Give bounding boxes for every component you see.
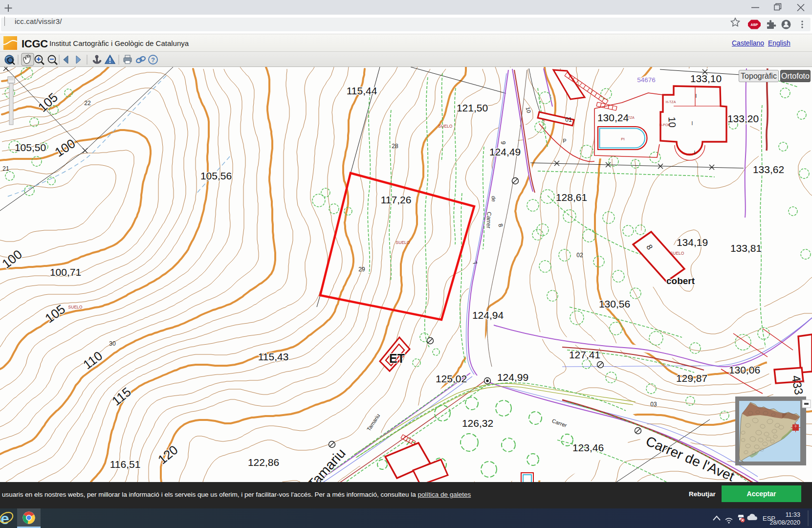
svg-text:100,71: 100,71 (50, 266, 81, 278)
svg-text:123,46: 123,46 (572, 442, 604, 453)
svg-text:H-TZA: H-TZA (666, 100, 676, 104)
svg-text:ABP: ABP (751, 23, 758, 26)
svg-text:?: ? (151, 56, 155, 64)
svg-text:100: 100 (52, 136, 78, 160)
svg-text:133,81: 133,81 (730, 242, 762, 254)
svg-text:TZA: TZA (628, 116, 635, 119)
svg-text:105,56: 105,56 (200, 170, 232, 181)
svg-text:I: I (692, 121, 693, 126)
svg-text:134,19: 134,19 (677, 237, 708, 248)
svg-text:121,50: 121,50 (457, 102, 488, 113)
svg-text:133,20: 133,20 (727, 113, 759, 124)
svg-text:PI: PI (621, 137, 625, 141)
svg-text:125,02: 125,02 (436, 373, 467, 384)
svg-text:105: 105 (35, 90, 61, 115)
svg-text:128,61: 128,61 (556, 192, 587, 203)
svg-text:H-POR: H-POR (659, 123, 671, 127)
svg-text:11:33: 11:33 (786, 511, 800, 518)
svg-text:Carrer: Carrer (485, 212, 492, 228)
svg-text:I: I (696, 93, 697, 99)
svg-text:105,50: 105,50 (15, 142, 46, 153)
svg-text:SUELO: SUELO (670, 251, 684, 256)
svg-text:110: 110 (80, 348, 105, 372)
svg-text:130,56: 130,56 (599, 298, 630, 309)
svg-text:Tamariu: Tamariu (366, 413, 381, 432)
svg-text:117,26: 117,26 (381, 194, 412, 205)
svg-text:03: 03 (650, 401, 657, 408)
svg-text:120: 120 (155, 442, 181, 467)
svg-text:28/08/2020: 28/08/2020 (769, 519, 800, 526)
svg-text:9: 9 (500, 141, 506, 145)
svg-text:127,41: 127,41 (569, 349, 600, 360)
svg-text:116,51: 116,51 (110, 459, 141, 470)
svg-text:54676: 54676 (637, 76, 656, 84)
svg-text:cobert: cobert (666, 276, 695, 286)
svg-text:02: 02 (576, 252, 583, 259)
svg-text:28: 28 (392, 143, 398, 150)
svg-text:130,06: 130,06 (729, 364, 760, 375)
svg-text:129,87: 129,87 (676, 373, 707, 384)
svg-text:124,49: 124,49 (489, 146, 521, 157)
svg-text:01: 01 (565, 116, 572, 123)
svg-text:SS+I: SS+I (796, 379, 805, 384)
svg-text:22: 22 (84, 100, 91, 107)
svg-text:P: P (563, 138, 566, 144)
svg-text:SUELO: SUELO (68, 305, 83, 309)
svg-text:122,86: 122,86 (248, 457, 279, 468)
svg-text:124,99: 124,99 (497, 372, 528, 383)
svg-text:21: 21 (2, 165, 9, 172)
svg-text:de: de (490, 196, 497, 202)
svg-text:29: 29 (358, 266, 365, 273)
svg-text:30: 30 (109, 340, 116, 347)
svg-text:10: 10 (525, 106, 532, 113)
svg-text:115: 115 (109, 384, 134, 408)
svg-text:SUELO: SUELO (396, 240, 410, 245)
svg-text:126,32: 126,32 (462, 418, 493, 429)
svg-text:133,10: 133,10 (690, 73, 722, 84)
svg-text:115,44: 115,44 (347, 85, 377, 96)
svg-text:124,94: 124,94 (472, 309, 504, 321)
svg-text:I: I (694, 150, 696, 155)
svg-text:ET: ET (389, 352, 405, 365)
svg-text:133,62: 133,62 (753, 164, 784, 175)
svg-text:130,24: 130,24 (597, 112, 629, 123)
svg-text:SUELO: SUELO (439, 124, 453, 129)
svg-text:115,43: 115,43 (258, 351, 289, 362)
